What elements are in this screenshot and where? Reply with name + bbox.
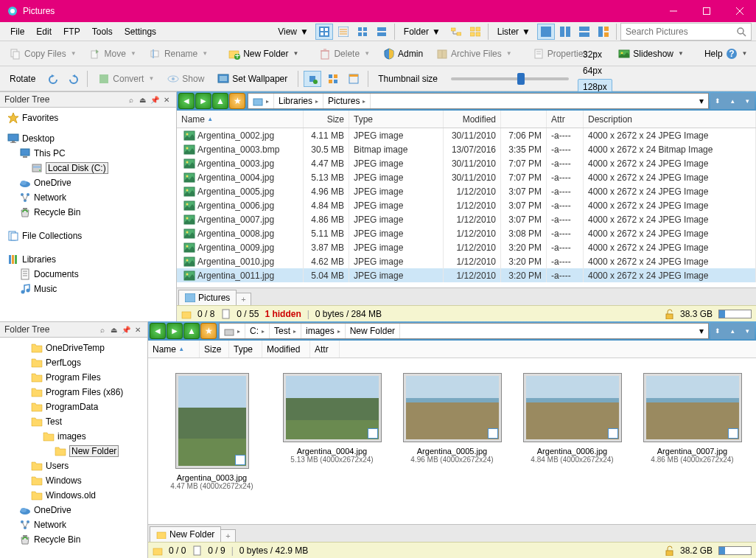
tree-node-this-pc[interactable]: This PC	[1, 146, 175, 161]
convert-button[interactable]: Convert▼	[93, 70, 159, 88]
file-row[interactable]: Argentina_0003.jpg4.47 MBJPEG image30/11…	[177, 156, 756, 170]
file-row[interactable]: Argentina_0002.jpg4.11 MBJPEG image30/11…	[177, 128, 756, 142]
menu-file[interactable]: File	[4, 24, 30, 39]
file-row[interactable]: Argentina_0006.jpg4.84 MBJPEG image1/12/…	[177, 198, 756, 212]
close-button[interactable]	[723, 0, 756, 22]
nav-forward-icon[interactable]: ►	[167, 323, 183, 339]
tree-node-recycle-bin[interactable]: Recycle Bin	[1, 532, 146, 547]
folder-menu[interactable]: Folder▼	[399, 24, 446, 40]
tree-node-users[interactable]: Users	[1, 458, 146, 473]
nav-down-icon[interactable]: ▾	[741, 93, 754, 109]
tree-node-network[interactable]: Network	[1, 517, 146, 532]
rotate-button[interactable]: Rotate	[4, 71, 41, 87]
nav-collapse-icon[interactable]: ⬍	[711, 323, 724, 339]
thumbnail[interactable]: Argentina_0005.jpg4.96 MB (4000x2672x24)	[399, 373, 505, 464]
view-mode-tiles-icon[interactable]	[373, 24, 391, 40]
breadcrumb-bottom[interactable]: ▸ C:▸ Test▸ images▸ New Folder ▾	[219, 323, 709, 339]
tab-add-button[interactable]: +	[220, 529, 235, 542]
tree-node-images[interactable]: images	[1, 429, 146, 444]
new-folder-button[interactable]: +New Folder▼	[223, 45, 304, 63]
thumbnail[interactable]: Argentina_0007.jpg4.86 MB (4000x2672x24)	[639, 373, 746, 464]
tree-node-favorites[interactable]: Favorites	[1, 111, 175, 125]
tree-node-onedrivetemp[interactable]: OneDriveTemp	[1, 341, 146, 355]
properties-button[interactable]: Properties▼	[528, 45, 603, 63]
tree-node-perflogs[interactable]: PerfLogs	[1, 355, 146, 370]
tree-node-program-files[interactable]: Program Files	[1, 370, 146, 385]
lister-layout4-icon[interactable]	[595, 24, 612, 40]
thumbnail-size-slider[interactable]	[451, 77, 569, 80]
breadcrumb-top[interactable]: ▸ Libraries▸ Pictures▸ ▾	[248, 93, 709, 109]
nav-down-icon[interactable]: ▾	[741, 323, 754, 339]
wallpaper-button[interactable]: Set Wallpaper	[212, 70, 293, 88]
copy-files-button[interactable]: Copy Files▼	[4, 45, 82, 63]
menu-ftp[interactable]: FTP	[57, 24, 86, 39]
tree-node-file-collections[interactable]: File Collections	[1, 229, 175, 243]
search-icon[interactable]: ⌕	[125, 94, 136, 105]
thumbnail[interactable]: Argentina_0003.jpg4.47 MB (4000x2672x24)	[158, 373, 265, 490]
tree-node-onedrive[interactable]: OneDrive	[1, 175, 175, 190]
tree-node-onedrive[interactable]: OneDrive	[1, 503, 146, 517]
close-pane-icon[interactable]: ✕	[161, 94, 172, 105]
tree-node-desktop[interactable]: Desktop	[1, 131, 175, 146]
archive-button[interactable]: Archive Files▼	[431, 45, 517, 63]
file-row[interactable]: Argentina_0004.jpg5.13 MBJPEG image30/11…	[177, 170, 756, 184]
tree-node-recycle-bin[interactable]: Recycle Bin	[1, 205, 175, 220]
thumbnail[interactable]: Argentina_0006.jpg4.84 MB (4000x2672x24)	[519, 373, 626, 464]
nav-forward-icon[interactable]: ►	[195, 93, 211, 109]
view-menu[interactable]: View▼	[273, 24, 314, 40]
file-row[interactable]: Argentina_0011.jpg5.04 MBJPEG image1/12/…	[177, 268, 756, 282]
show-button[interactable]: Show	[162, 70, 209, 88]
tree-node-libraries[interactable]: Libraries	[1, 252, 175, 267]
tree-node-new-folder[interactable]: New Folder	[1, 444, 146, 458]
nav-up-icon[interactable]: ▲	[183, 323, 200, 339]
pin-icon[interactable]: 📌	[120, 324, 131, 335]
thumb-size-64px[interactable]: 64px	[578, 63, 612, 79]
lock-icon[interactable]: ⏏	[108, 324, 119, 335]
nav-back-icon[interactable]: ◄	[150, 323, 166, 339]
lock-icon[interactable]: ⏏	[137, 94, 148, 105]
column-header-bottom[interactable]: Name ▲ Size Type Modified Attr	[148, 341, 756, 358]
admin-button[interactable]: Admin	[378, 45, 428, 63]
thumbsel-med-icon[interactable]	[324, 71, 342, 87]
help-button[interactable]: Help?▼	[699, 45, 753, 63]
search-icon[interactable]: ⌕	[97, 324, 108, 335]
thumbsel-small-icon[interactable]	[304, 71, 321, 87]
tree-node-windows[interactable]: Windows	[1, 473, 146, 488]
tree-node-test[interactable]: Test	[1, 414, 146, 429]
move-button[interactable]: Move▼	[85, 45, 141, 63]
tree-node-programdata[interactable]: ProgramData	[1, 400, 146, 414]
tab-newfolder[interactable]: New Folder	[150, 526, 221, 542]
rotate-right-icon[interactable]	[64, 71, 82, 87]
delete-button[interactable]: Delete▼	[314, 45, 375, 63]
tab-add-button[interactable]: +	[236, 293, 251, 305]
nav-back-icon[interactable]: ◄	[178, 93, 195, 109]
view-mode-list-icon[interactable]	[335, 24, 352, 40]
menu-settings[interactable]: Settings	[119, 24, 162, 39]
file-row[interactable]: Argentina_0005.jpg4.96 MBJPEG image1/12/…	[177, 184, 756, 198]
file-row[interactable]: Argentina_0008.jpg5.11 MBJPEG image1/12/…	[177, 226, 756, 240]
tree-node-windows-old[interactable]: Windows.old	[1, 488, 146, 503]
nav-up-icon[interactable]: ▲	[212, 93, 228, 109]
view-mode-thumb-icon[interactable]	[354, 24, 371, 40]
nav-up2-icon[interactable]: ▴	[726, 323, 739, 339]
lister-menu[interactable]: Lister▼	[492, 24, 536, 40]
search-input[interactable]	[626, 27, 736, 37]
rename-button[interactable]: Rename▼	[144, 45, 213, 63]
lister-layout1-icon[interactable]	[537, 24, 555, 40]
file-row[interactable]: Argentina_0003.bmp30.5 MBBitmap image13/…	[177, 142, 756, 156]
lister-layout2-icon[interactable]	[556, 24, 574, 40]
menu-tools[interactable]: Tools	[86, 24, 119, 39]
column-header-top[interactable]: Name ▲ Size Type Modified Attr Descripti…	[177, 111, 756, 128]
tree-node-local-disk-c-[interactable]: Local Disk (C:)	[1, 161, 175, 175]
search-box[interactable]	[620, 23, 752, 41]
file-row[interactable]: Argentina_0009.jpg3.87 MBJPEG image1/12/…	[177, 240, 756, 254]
rotate-left-icon[interactable]	[43, 71, 61, 87]
tab-pictures[interactable]: Pictures	[178, 290, 237, 305]
nav-up2-icon[interactable]: ▴	[726, 93, 739, 109]
close-pane-icon[interactable]: ✕	[132, 324, 143, 335]
slideshow-button[interactable]: Slideshow▼	[613, 45, 689, 63]
thumbnail[interactable]: Argentina_0004.jpg5.13 MB (4000x2672x24)	[279, 373, 385, 464]
file-row[interactable]: Argentina_0007.jpg4.86 MBJPEG image1/12/…	[177, 212, 756, 226]
nav-collapse-icon[interactable]: ⬍	[711, 93, 724, 109]
maximize-button[interactable]	[690, 0, 723, 22]
